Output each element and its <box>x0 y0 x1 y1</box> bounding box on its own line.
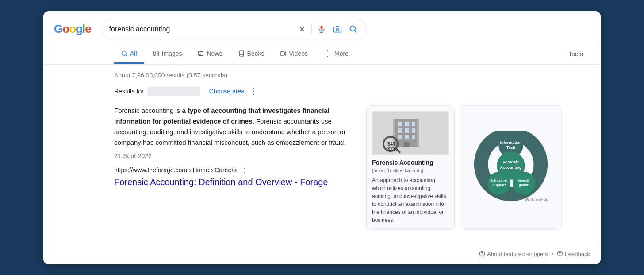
more-dots-icon: ⋮ <box>324 50 332 58</box>
search-icons <box>296 23 360 35</box>
svg-text:Forensic: Forensic <box>502 160 519 164</box>
nav-tabs: All Images News Books Videos <box>43 44 601 65</box>
books-icon <box>238 50 245 57</box>
all-icon <box>121 50 127 57</box>
about-snippets-label: About featured snippets <box>487 251 548 257</box>
svg-line-8 <box>355 30 357 32</box>
feedback-link[interactable]: Feedback <box>557 251 590 257</box>
about-snippets-link[interactable]: About featured snippets <box>479 251 548 257</box>
svg-rect-23 <box>405 122 409 126</box>
more-options-icon[interactable]: ⋮ <box>248 86 259 97</box>
search-input[interactable]: forensic accounting <box>109 25 293 33</box>
svg-rect-22 <box>398 122 402 126</box>
tab-books-label: Books <box>247 50 264 57</box>
svg-line-10 <box>126 54 127 56</box>
svg-rect-26 <box>405 128 409 133</box>
search-bar-area: Google forensic accounting <box>43 11 601 44</box>
snippet-date: 21-Sept-2022 <box>114 152 357 159</box>
results-for-label: Results for <box>114 88 144 95</box>
svg-rect-30 <box>412 135 415 139</box>
clear-icon <box>298 25 306 33</box>
videos-icon <box>280 50 286 57</box>
svg-rect-24 <box>412 122 415 126</box>
svg-rect-2 <box>320 25 322 29</box>
feedback-label: Feedback <box>565 251 590 257</box>
card-illustration: $47 $23 <box>372 111 449 155</box>
feedback-icon <box>557 251 563 257</box>
content-area: About 7,96,00,000 results (0.57 seconds)… <box>43 65 601 237</box>
svg-text:Tech: Tech <box>506 145 515 150</box>
microphone-button[interactable] <box>315 23 328 35</box>
search-box: forensic accounting <box>102 19 367 39</box>
svg-text:gation: gation <box>519 182 529 186</box>
svg-text:Support: Support <box>492 182 506 186</box>
microphone-icon <box>317 25 326 34</box>
browser-window: Google forensic accounting <box>43 11 601 264</box>
tab-images-label: Images <box>162 50 182 57</box>
cards-area: $47 $23 Forensic Accounting [fə-ren(t)-s… <box>366 105 562 230</box>
svg-rect-5 <box>334 27 341 32</box>
tab-videos[interactable]: Videos <box>273 45 315 64</box>
svg-rect-27 <box>412 128 415 133</box>
svg-rect-53 <box>558 252 563 255</box>
results-for-row: Results for · Choose area ⋮ <box>114 86 590 97</box>
svg-rect-17 <box>281 51 285 55</box>
svg-rect-25 <box>398 128 402 133</box>
text-result: Forensic accounting is a type of account… <box>114 105 357 187</box>
results-count: About 7,96,00,000 results (0.57 seconds) <box>114 72 590 79</box>
svg-point-6 <box>336 28 338 31</box>
tab-news-label: News <box>207 50 222 57</box>
tab-all-label: All <box>130 50 137 57</box>
divider <box>311 24 312 35</box>
svg-text:$23: $23 <box>387 146 395 151</box>
choose-area-link[interactable]: Choose area <box>209 88 245 95</box>
search-icon <box>349 25 358 34</box>
clear-button[interactable] <box>296 23 308 35</box>
question-icon <box>479 251 485 257</box>
google-logo: Google <box>54 22 91 36</box>
location-pill <box>147 87 200 96</box>
card-description: An approach to accounting which utilizes… <box>372 176 449 224</box>
svg-point-9 <box>122 51 126 55</box>
dot-separator: · <box>204 88 206 95</box>
tab-videos-label: Videos <box>289 50 308 57</box>
snippet-footer: About featured snippets • Feedback <box>43 246 601 264</box>
camera-icon <box>333 25 342 34</box>
svg-text:Investi-: Investi- <box>518 178 530 182</box>
tab-more[interactable]: ⋮ More <box>317 44 356 64</box>
result-title-link[interactable]: Forensic Accounting: Definition and Over… <box>114 177 328 187</box>
diagram-card: Information Tech Forensic Accounting Lit… <box>460 105 562 230</box>
tab-news[interactable]: News <box>191 45 229 64</box>
images-icon <box>153 50 159 57</box>
svg-rect-31 <box>404 142 409 147</box>
tools-label: Tools <box>568 50 583 58</box>
result-url: https://www.theforage.com › Home › Caree… <box>114 165 357 175</box>
svg-rect-28 <box>398 135 402 139</box>
tab-books[interactable]: Books <box>231 45 272 64</box>
building-illustration: $47 $23 <box>373 112 448 154</box>
result-more-icon[interactable]: ⋮ <box>239 165 250 175</box>
svg-rect-29 <box>405 135 409 139</box>
svg-text:Accounting: Accounting <box>500 165 522 169</box>
card-title: Forensic Accounting <box>372 159 449 166</box>
svg-text:Litigation: Litigation <box>491 178 507 182</box>
tab-more-label: More <box>334 50 349 57</box>
lens-button[interactable] <box>331 23 344 35</box>
snippet-text: Forensic accounting is a type of account… <box>114 105 357 148</box>
svg-point-7 <box>350 26 355 31</box>
svg-text:WallStreetMojo: WallStreetMojo <box>525 198 548 201</box>
svg-text:Information: Information <box>500 140 522 144</box>
news-icon <box>198 50 204 57</box>
info-card: $47 $23 Forensic Accounting [fə-ren(t)-s… <box>366 105 455 230</box>
tab-images[interactable]: Images <box>146 45 189 64</box>
card-phonetic: [fə-ren(t)-sik ə-kaun-tiŋ] <box>372 168 449 174</box>
tools-tab[interactable]: Tools <box>561 45 590 63</box>
url-text: https://www.theforage.com › Home › Caree… <box>114 167 237 174</box>
svg-point-12 <box>155 52 156 53</box>
venn-diagram: Information Tech Forensic Accounting Lit… <box>465 131 557 204</box>
tab-all[interactable]: All <box>114 45 144 64</box>
main-row: Forensic accounting is a type of account… <box>114 105 590 230</box>
search-button[interactable] <box>347 23 360 35</box>
footer-dot: • <box>551 251 553 257</box>
snippet-intro: Forensic accounting is <box>114 107 182 114</box>
